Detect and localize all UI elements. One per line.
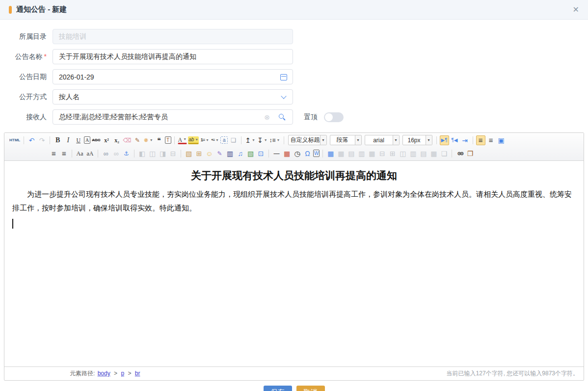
- calendar-icon[interactable]: [280, 74, 287, 80]
- char-count: 当前已输入127个字符, 您还可以输入9873个字符。: [447, 369, 584, 378]
- paste-text-icon[interactable]: T: [165, 136, 171, 144]
- date-icon[interactable]: ▦: [282, 149, 292, 158]
- rtl-icon[interactable]: ¶◀: [450, 135, 459, 145]
- scrawl-icon[interactable]: ✎: [215, 149, 224, 158]
- editor-content-area[interactable]: 关于开展现有技术人员技能培训再提高的通知 为进一步提升公司现有技术人员专业技能，…: [4, 161, 584, 366]
- word-image-icon[interactable]: W: [313, 150, 320, 157]
- element-path-br-link[interactable]: br: [135, 370, 140, 377]
- video-icon[interactable]: ▥: [225, 149, 235, 158]
- category-value: 技能培训: [59, 32, 86, 41]
- doc-template-icon[interactable]: ❏: [439, 149, 449, 158]
- font-family-select-label: arial: [365, 137, 393, 144]
- font-border-icon[interactable]: A: [84, 136, 90, 144]
- merge-cells-icon[interactable]: ◫: [398, 149, 407, 158]
- image-album-icon[interactable]: ⊞: [194, 149, 204, 158]
- select-all-icon[interactable]: a: [220, 136, 228, 144]
- find-replace-icon[interactable]: ⊙⊙: [455, 149, 464, 158]
- close-icon[interactable]: ✕: [573, 6, 579, 14]
- align-center-icon[interactable]: ≡: [486, 135, 496, 145]
- line-height-icon[interactable]: ↕≡▼: [269, 135, 281, 145]
- anchor-icon[interactable]: ⚓: [122, 149, 131, 158]
- font-size-select[interactable]: 16px▼: [402, 135, 432, 145]
- delete-table-icon[interactable]: ▦: [336, 149, 346, 158]
- toolbar-separator: [268, 150, 269, 157]
- image-center-icon[interactable]: ◫: [148, 149, 157, 158]
- table-title-icon[interactable]: ▤: [347, 149, 356, 158]
- dropdown-arrow-icon[interactable]: ▼: [393, 135, 399, 145]
- split-cells-icon[interactable]: ▥: [408, 149, 418, 158]
- font-family-select[interactable]: arial▼: [365, 135, 400, 145]
- insert-map-icon[interactable]: ▧: [246, 149, 255, 158]
- lowercase-icon[interactable]: aA: [85, 149, 95, 158]
- image-right-icon[interactable]: ◨: [158, 149, 167, 158]
- clear-icon[interactable]: ⊗: [264, 114, 270, 121]
- insert-col-icon[interactable]: ▦: [367, 149, 376, 158]
- spacing-top-icon[interactable]: ↥▼: [244, 135, 256, 145]
- name-field[interactable]: 关于开展现有技术人员技能培训再提高的通知: [53, 49, 293, 64]
- hr-icon[interactable]: —: [272, 149, 281, 158]
- dropdown-arrow-icon[interactable]: ▼: [320, 135, 326, 145]
- text-caret: [12, 219, 13, 229]
- undo-icon[interactable]: ↶: [27, 135, 36, 145]
- title-marker-icon: [9, 6, 12, 14]
- bold-icon[interactable]: B: [53, 135, 62, 145]
- superscript-icon[interactable]: x²: [102, 135, 111, 145]
- save-button[interactable]: 保存: [264, 386, 292, 391]
- italic-icon[interactable]: I: [63, 135, 73, 145]
- ordered-list-icon[interactable]: 1≡▼: [200, 135, 209, 145]
- format-brush-icon[interactable]: ✎: [133, 135, 142, 145]
- form-row-recipients: 接收人 总经理;副总经理;经营部长;经营专员 ⊗ 置顶: [0, 109, 588, 125]
- visibility-select[interactable]: 按人名: [53, 89, 293, 104]
- delete-col-icon[interactable]: ⊞: [388, 149, 397, 158]
- pin-toggle[interactable]: [324, 112, 344, 122]
- unordered-list-icon[interactable]: •≡▼: [210, 135, 219, 145]
- search-icon[interactable]: [279, 114, 284, 119]
- element-path-p-link[interactable]: p: [121, 370, 124, 377]
- eraser-icon[interactable]: ⌫: [123, 135, 132, 145]
- align-left-icon[interactable]: ≡: [476, 135, 485, 145]
- uppercase-icon[interactable]: Aa: [75, 149, 84, 158]
- cancel-button[interactable]: 取消: [296, 386, 325, 391]
- dropdown-caret-icon: ▼: [215, 138, 218, 142]
- indent-icon[interactable]: ⇥: [460, 135, 470, 145]
- insert-table-icon[interactable]: ▦: [326, 149, 335, 158]
- screenshot-icon[interactable]: ⊡: [256, 149, 266, 158]
- element-path-body-link[interactable]: body: [98, 370, 110, 377]
- html-source-icon[interactable]: HTML: [9, 135, 21, 145]
- date-field[interactable]: 2026-01-29: [53, 69, 293, 84]
- insert-image-icon[interactable]: ▧: [184, 149, 193, 158]
- blockquote-icon[interactable]: ❝: [155, 135, 164, 145]
- custom-title-select[interactable]: 自定义标题▼: [288, 135, 327, 145]
- auto-typeset-icon[interactable]: ✵▼: [143, 135, 154, 145]
- emotion-icon[interactable]: ☺: [205, 149, 214, 158]
- table-header-icon[interactable]: ▤: [419, 149, 428, 158]
- time-icon[interactable]: ◷: [293, 149, 302, 158]
- spacing-bottom-icon[interactable]: ↧▼: [257, 135, 268, 145]
- strikethrough-icon[interactable]: ABC: [91, 135, 101, 145]
- link-icon[interactable]: ∞: [101, 149, 110, 158]
- align-right-icon[interactable]: ≡: [49, 149, 58, 158]
- align-justify-icon[interactable]: ≡: [59, 149, 69, 158]
- dropdown-arrow-icon[interactable]: ▼: [426, 135, 432, 145]
- font-color-icon[interactable]: A▼: [178, 136, 187, 144]
- pin-group: 置顶: [304, 112, 344, 122]
- image-left-icon[interactable]: ◧: [137, 149, 147, 158]
- preview-icon[interactable]: ▣: [497, 135, 506, 145]
- insert-row-icon[interactable]: ▥: [357, 149, 366, 158]
- ltr-icon[interactable]: ▶¶: [440, 135, 449, 145]
- delete-row-icon[interactable]: ⊟: [377, 149, 387, 158]
- unlink-icon[interactable]: ∞: [111, 149, 121, 158]
- special-char-icon[interactable]: Ω: [303, 149, 312, 158]
- subscript-icon[interactable]: x₂: [112, 135, 122, 145]
- sort-table-icon[interactable]: ▦: [429, 149, 438, 158]
- dropdown-arrow-icon[interactable]: ▼: [355, 135, 361, 145]
- recipients-field[interactable]: 总经理;副总经理;经营部长;经营专员 ⊗: [53, 109, 293, 125]
- highlight-color-icon[interactable]: ab▼: [188, 136, 199, 144]
- clear-doc-icon[interactable]: ❏: [229, 135, 238, 145]
- paragraph-select[interactable]: 段落▼: [330, 135, 362, 145]
- music-icon[interactable]: ♫: [236, 149, 245, 158]
- underline-icon[interactable]: U: [74, 135, 83, 145]
- redo-icon[interactable]: ↷: [37, 135, 47, 145]
- image-inline-icon[interactable]: ⊟: [168, 149, 178, 158]
- paste-icon[interactable]: ❐: [465, 149, 475, 158]
